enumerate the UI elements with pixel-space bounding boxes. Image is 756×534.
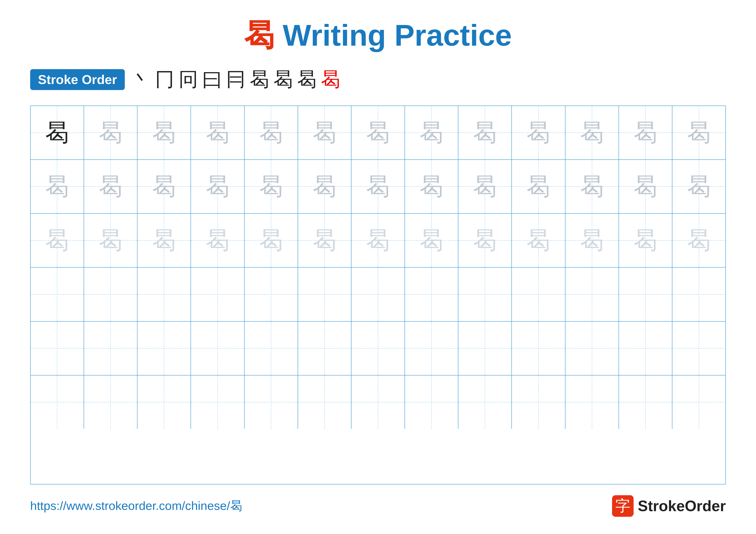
cell-6-1[interactable] (31, 375, 84, 429)
char-display: 曷 (45, 175, 69, 198)
stroke-1: 丶 (131, 66, 150, 93)
char-display: 曷 (259, 175, 283, 198)
cell-6-5[interactable] (245, 375, 298, 429)
cell-5-12[interactable] (619, 321, 672, 375)
cell-4-2[interactable] (84, 267, 138, 321)
page-title: 曷 Writing Practice (244, 17, 512, 53)
char-display: 曷 (526, 121, 550, 144)
grid-row-1: 曷 曷 曷 曷 曷 曷 曷 曷 曷 曷 曷 曷 曷 (31, 106, 725, 160)
cell-5-5[interactable] (245, 321, 298, 375)
stroke-order-row: Stroke Order 丶 冂 冋 曰 冃 曷 曷 曷 曷 (30, 66, 340, 93)
cell-3-9: 曷 (458, 214, 512, 267)
char-display: 曷 (206, 229, 230, 252)
char-display: 曷 (473, 175, 497, 198)
cell-3-6: 曷 (298, 214, 351, 267)
cell-3-8: 曷 (405, 214, 458, 267)
cell-4-7[interactable] (351, 267, 405, 321)
cell-6-7[interactable] (351, 375, 405, 429)
cell-3-2: 曷 (84, 214, 138, 267)
cell-5-9[interactable] (458, 321, 512, 375)
char-display: 曷 (473, 229, 497, 252)
char-display: 曷 (366, 229, 390, 252)
char-display: 曷 (580, 229, 604, 252)
cell-2-10: 曷 (512, 160, 565, 213)
cell-3-3: 曷 (138, 214, 191, 267)
cell-4-3[interactable] (138, 267, 191, 321)
cell-6-3[interactable] (138, 375, 191, 429)
char-display: 曷 (152, 229, 176, 252)
cell-4-6[interactable] (298, 267, 351, 321)
cell-4-5[interactable] (245, 267, 298, 321)
cell-6-10[interactable] (512, 375, 565, 429)
cell-1-13: 曷 (672, 106, 725, 159)
practice-grid: 曷 曷 曷 曷 曷 曷 曷 曷 曷 曷 曷 曷 曷 曷 曷 曷 曷 曷 曷 曷 … (30, 106, 726, 484)
char-display: 曷 (687, 121, 711, 144)
cell-5-13[interactable] (672, 321, 725, 375)
cell-3-1: 曷 (31, 214, 84, 267)
cell-6-2[interactable] (84, 375, 138, 429)
grid-row-4 (31, 267, 725, 321)
grid-row-3: 曷 曷 曷 曷 曷 曷 曷 曷 曷 曷 曷 曷 曷 (31, 214, 725, 267)
cell-3-12: 曷 (619, 214, 672, 267)
cell-1-6: 曷 (298, 106, 351, 159)
cell-5-10[interactable] (512, 321, 565, 375)
cell-1-2: 曷 (84, 106, 138, 159)
cell-5-4[interactable] (191, 321, 244, 375)
char-display: 曷 (419, 229, 443, 252)
char-display: 曷 (313, 229, 337, 252)
stroke-7: 曷 (274, 66, 293, 93)
cell-1-9: 曷 (458, 106, 512, 159)
cell-6-11[interactable] (565, 375, 619, 429)
grid-row-2: 曷 曷 曷 曷 曷 曷 曷 曷 曷 曷 曷 曷 曷 (31, 160, 725, 214)
cell-5-2[interactable] (84, 321, 138, 375)
footer-url[interactable]: https://www.strokeorder.com/chinese/曷 (30, 498, 242, 514)
cell-6-12[interactable] (619, 375, 672, 429)
char-display: 曷 (152, 175, 176, 198)
cell-2-13: 曷 (672, 160, 725, 213)
cell-4-12[interactable] (619, 267, 672, 321)
cell-4-8[interactable] (405, 267, 458, 321)
cell-6-6[interactable] (298, 375, 351, 429)
cell-6-8[interactable] (405, 375, 458, 429)
stroke-9: 曷 (321, 66, 340, 93)
char-display: 曷 (473, 121, 497, 144)
cell-4-10[interactable] (512, 267, 565, 321)
stroke-5: 冃 (226, 66, 245, 93)
stroke-sequence: 丶 冂 冋 曰 冃 曷 曷 曷 曷 (131, 66, 340, 93)
cell-2-4: 曷 (191, 160, 244, 213)
cell-4-1[interactable] (31, 267, 84, 321)
cell-6-4[interactable] (191, 375, 244, 429)
cell-4-11[interactable] (565, 267, 619, 321)
char-display: 曷 (206, 175, 230, 198)
cell-4-13[interactable] (672, 267, 725, 321)
char-display: 曷 (687, 175, 711, 198)
cell-5-7[interactable] (351, 321, 405, 375)
char-display: 曷 (634, 175, 657, 198)
char-display: 曷 (526, 229, 550, 252)
cell-5-11[interactable] (565, 321, 619, 375)
char-display: 曷 (206, 121, 230, 144)
cell-1-7: 曷 (351, 106, 405, 159)
cell-1-3: 曷 (138, 106, 191, 159)
cell-6-13[interactable] (672, 375, 725, 429)
char-display: 曷 (99, 175, 122, 198)
cell-2-8: 曷 (405, 160, 458, 213)
cell-5-1[interactable] (31, 321, 84, 375)
char-display: 曷 (366, 175, 390, 198)
char-display: 曷 (634, 229, 657, 252)
char-display: 曷 (419, 121, 443, 144)
cell-2-5: 曷 (245, 160, 298, 213)
cell-1-5: 曷 (245, 106, 298, 159)
cell-4-9[interactable] (458, 267, 512, 321)
char-display: 曷 (313, 121, 337, 144)
char-display: 曷 (99, 121, 122, 144)
cell-5-6[interactable] (298, 321, 351, 375)
cell-5-3[interactable] (138, 321, 191, 375)
cell-5-8[interactable] (405, 321, 458, 375)
char-display: 曷 (419, 175, 443, 198)
cell-2-6: 曷 (298, 160, 351, 213)
cell-3-7: 曷 (351, 214, 405, 267)
cell-4-4[interactable] (191, 267, 244, 321)
stroke-8: 曷 (297, 66, 316, 93)
cell-6-9[interactable] (458, 375, 512, 429)
